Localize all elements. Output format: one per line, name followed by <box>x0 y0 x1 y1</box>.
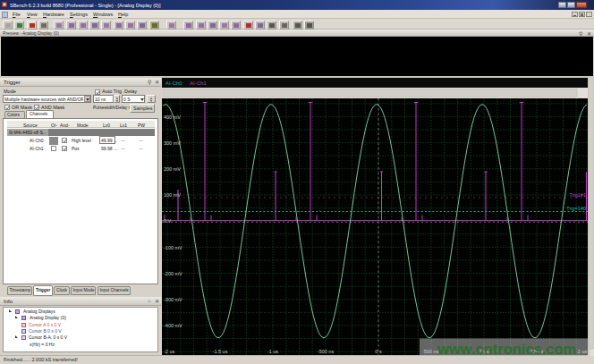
svg-text:400 mV: 400 mV <box>164 114 181 120</box>
svg-text:300 mV: 300 mV <box>164 140 181 146</box>
svg-text:200 mV: 200 mV <box>164 166 181 172</box>
svg-text:-100 mV: -100 mV <box>164 245 182 250</box>
svg-text:-400 mV: -400 mV <box>164 323 182 328</box>
svg-text:AI-Ch1: AI-Ch1 <box>190 80 207 86</box>
svg-text:Trig=1#0: Trig=1#0 <box>566 206 586 211</box>
svg-text:100 mV: 100 mV <box>164 192 181 198</box>
svg-text:-2 us: -2 us <box>164 349 174 354</box>
svg-text:0 s: 0 s <box>375 349 382 354</box>
svg-text:0 V: 0 V <box>164 218 172 224</box>
svg-text:-200 mV: -200 mV <box>164 271 182 276</box>
svg-text:-1 us: -1 us <box>267 349 278 354</box>
svg-text:AI-Ch0: AI-Ch0 <box>165 80 182 86</box>
svg-text:Trig1#1: Trig1#1 <box>570 192 586 198</box>
svg-text:-300 mV: -300 mV <box>164 297 182 302</box>
svg-text:www.cntronics.com: www.cntronics.com <box>437 341 576 357</box>
svg-text:-500 ns: -500 ns <box>318 349 335 354</box>
svg-text:-1.5 us: -1.5 us <box>213 349 228 354</box>
